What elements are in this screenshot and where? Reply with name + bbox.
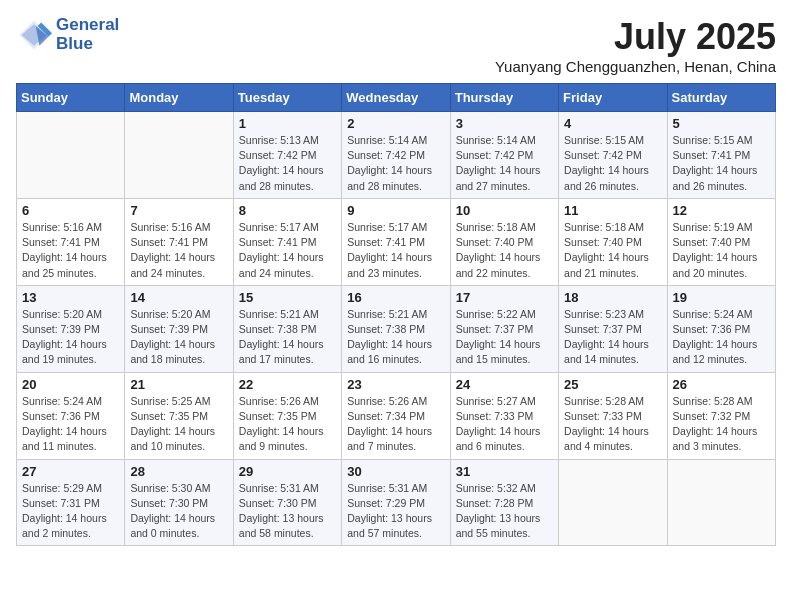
calendar-week-2: 6Sunrise: 5:16 AMSunset: 7:41 PMDaylight… [17, 198, 776, 285]
calendar-cell [125, 112, 233, 199]
calendar-cell: 27Sunrise: 5:29 AMSunset: 7:31 PMDayligh… [17, 459, 125, 546]
calendar-cell: 6Sunrise: 5:16 AMSunset: 7:41 PMDaylight… [17, 198, 125, 285]
day-number: 28 [130, 464, 227, 479]
day-info: Sunrise: 5:21 AMSunset: 7:38 PMDaylight:… [239, 307, 336, 368]
day-number: 30 [347, 464, 444, 479]
day-info: Sunrise: 5:15 AMSunset: 7:42 PMDaylight:… [564, 133, 661, 194]
calendar-cell: 24Sunrise: 5:27 AMSunset: 7:33 PMDayligh… [450, 372, 558, 459]
weekday-header-sunday: Sunday [17, 84, 125, 112]
day-number: 24 [456, 377, 553, 392]
day-number: 10 [456, 203, 553, 218]
calendar-week-4: 20Sunrise: 5:24 AMSunset: 7:36 PMDayligh… [17, 372, 776, 459]
day-number: 3 [456, 116, 553, 131]
calendar-cell: 5Sunrise: 5:15 AMSunset: 7:41 PMDaylight… [667, 112, 775, 199]
day-number: 27 [22, 464, 119, 479]
day-number: 11 [564, 203, 661, 218]
logo-text: General Blue [56, 16, 119, 53]
day-info: Sunrise: 5:27 AMSunset: 7:33 PMDaylight:… [456, 394, 553, 455]
day-number: 1 [239, 116, 336, 131]
calendar-cell: 25Sunrise: 5:28 AMSunset: 7:33 PMDayligh… [559, 372, 667, 459]
day-info: Sunrise: 5:14 AMSunset: 7:42 PMDaylight:… [456, 133, 553, 194]
calendar-cell: 22Sunrise: 5:26 AMSunset: 7:35 PMDayligh… [233, 372, 341, 459]
weekday-header-saturday: Saturday [667, 84, 775, 112]
calendar-cell: 16Sunrise: 5:21 AMSunset: 7:38 PMDayligh… [342, 285, 450, 372]
day-info: Sunrise: 5:16 AMSunset: 7:41 PMDaylight:… [22, 220, 119, 281]
weekday-header-tuesday: Tuesday [233, 84, 341, 112]
day-info: Sunrise: 5:15 AMSunset: 7:41 PMDaylight:… [673, 133, 770, 194]
calendar-cell: 31Sunrise: 5:32 AMSunset: 7:28 PMDayligh… [450, 459, 558, 546]
calendar-header: SundayMondayTuesdayWednesdayThursdayFrid… [17, 84, 776, 112]
day-number: 4 [564, 116, 661, 131]
day-info: Sunrise: 5:17 AMSunset: 7:41 PMDaylight:… [347, 220, 444, 281]
day-number: 9 [347, 203, 444, 218]
day-number: 16 [347, 290, 444, 305]
calendar-cell: 1Sunrise: 5:13 AMSunset: 7:42 PMDaylight… [233, 112, 341, 199]
title-block: July 2025 Yuanyang Chengguanzhen, Henan,… [495, 16, 776, 75]
calendar-cell: 26Sunrise: 5:28 AMSunset: 7:32 PMDayligh… [667, 372, 775, 459]
calendar-week-3: 13Sunrise: 5:20 AMSunset: 7:39 PMDayligh… [17, 285, 776, 372]
weekday-header-friday: Friday [559, 84, 667, 112]
calendar-cell: 10Sunrise: 5:18 AMSunset: 7:40 PMDayligh… [450, 198, 558, 285]
day-info: Sunrise: 5:19 AMSunset: 7:40 PMDaylight:… [673, 220, 770, 281]
weekday-header-thursday: Thursday [450, 84, 558, 112]
day-info: Sunrise: 5:16 AMSunset: 7:41 PMDaylight:… [130, 220, 227, 281]
day-info: Sunrise: 5:20 AMSunset: 7:39 PMDaylight:… [22, 307, 119, 368]
calendar-cell: 7Sunrise: 5:16 AMSunset: 7:41 PMDaylight… [125, 198, 233, 285]
weekday-header-wednesday: Wednesday [342, 84, 450, 112]
calendar-cell: 13Sunrise: 5:20 AMSunset: 7:39 PMDayligh… [17, 285, 125, 372]
day-info: Sunrise: 5:20 AMSunset: 7:39 PMDaylight:… [130, 307, 227, 368]
day-info: Sunrise: 5:29 AMSunset: 7:31 PMDaylight:… [22, 481, 119, 542]
calendar-cell: 2Sunrise: 5:14 AMSunset: 7:42 PMDaylight… [342, 112, 450, 199]
day-number: 21 [130, 377, 227, 392]
day-info: Sunrise: 5:24 AMSunset: 7:36 PMDaylight:… [22, 394, 119, 455]
day-info: Sunrise: 5:17 AMSunset: 7:41 PMDaylight:… [239, 220, 336, 281]
month-year-title: July 2025 [495, 16, 776, 58]
calendar-week-1: 1Sunrise: 5:13 AMSunset: 7:42 PMDaylight… [17, 112, 776, 199]
day-number: 19 [673, 290, 770, 305]
calendar-cell [17, 112, 125, 199]
day-info: Sunrise: 5:14 AMSunset: 7:42 PMDaylight:… [347, 133, 444, 194]
calendar-cell: 21Sunrise: 5:25 AMSunset: 7:35 PMDayligh… [125, 372, 233, 459]
day-info: Sunrise: 5:28 AMSunset: 7:32 PMDaylight:… [673, 394, 770, 455]
calendar-cell: 17Sunrise: 5:22 AMSunset: 7:37 PMDayligh… [450, 285, 558, 372]
day-number: 13 [22, 290, 119, 305]
day-number: 29 [239, 464, 336, 479]
calendar-cell: 30Sunrise: 5:31 AMSunset: 7:29 PMDayligh… [342, 459, 450, 546]
day-info: Sunrise: 5:13 AMSunset: 7:42 PMDaylight:… [239, 133, 336, 194]
day-number: 25 [564, 377, 661, 392]
day-number: 18 [564, 290, 661, 305]
day-info: Sunrise: 5:23 AMSunset: 7:37 PMDaylight:… [564, 307, 661, 368]
day-info: Sunrise: 5:26 AMSunset: 7:34 PMDaylight:… [347, 394, 444, 455]
calendar-cell: 19Sunrise: 5:24 AMSunset: 7:36 PMDayligh… [667, 285, 775, 372]
day-info: Sunrise: 5:21 AMSunset: 7:38 PMDaylight:… [347, 307, 444, 368]
calendar-cell: 15Sunrise: 5:21 AMSunset: 7:38 PMDayligh… [233, 285, 341, 372]
calendar-week-5: 27Sunrise: 5:29 AMSunset: 7:31 PMDayligh… [17, 459, 776, 546]
calendar-cell: 11Sunrise: 5:18 AMSunset: 7:40 PMDayligh… [559, 198, 667, 285]
day-info: Sunrise: 5:32 AMSunset: 7:28 PMDaylight:… [456, 481, 553, 542]
day-number: 23 [347, 377, 444, 392]
logo-icon [16, 17, 52, 53]
day-info: Sunrise: 5:18 AMSunset: 7:40 PMDaylight:… [564, 220, 661, 281]
day-number: 15 [239, 290, 336, 305]
page-header: General Blue July 2025 Yuanyang Chenggua… [16, 16, 776, 75]
calendar-cell: 20Sunrise: 5:24 AMSunset: 7:36 PMDayligh… [17, 372, 125, 459]
calendar-cell: 12Sunrise: 5:19 AMSunset: 7:40 PMDayligh… [667, 198, 775, 285]
calendar-cell: 28Sunrise: 5:30 AMSunset: 7:30 PMDayligh… [125, 459, 233, 546]
day-info: Sunrise: 5:25 AMSunset: 7:35 PMDaylight:… [130, 394, 227, 455]
day-info: Sunrise: 5:26 AMSunset: 7:35 PMDaylight:… [239, 394, 336, 455]
day-info: Sunrise: 5:31 AMSunset: 7:30 PMDaylight:… [239, 481, 336, 542]
calendar-cell: 4Sunrise: 5:15 AMSunset: 7:42 PMDaylight… [559, 112, 667, 199]
day-number: 22 [239, 377, 336, 392]
day-number: 17 [456, 290, 553, 305]
day-number: 7 [130, 203, 227, 218]
calendar-cell: 9Sunrise: 5:17 AMSunset: 7:41 PMDaylight… [342, 198, 450, 285]
day-info: Sunrise: 5:18 AMSunset: 7:40 PMDaylight:… [456, 220, 553, 281]
calendar-cell: 14Sunrise: 5:20 AMSunset: 7:39 PMDayligh… [125, 285, 233, 372]
day-info: Sunrise: 5:30 AMSunset: 7:30 PMDaylight:… [130, 481, 227, 542]
day-number: 8 [239, 203, 336, 218]
day-number: 12 [673, 203, 770, 218]
calendar-cell [667, 459, 775, 546]
day-info: Sunrise: 5:24 AMSunset: 7:36 PMDaylight:… [673, 307, 770, 368]
calendar-cell: 3Sunrise: 5:14 AMSunset: 7:42 PMDaylight… [450, 112, 558, 199]
day-number: 6 [22, 203, 119, 218]
